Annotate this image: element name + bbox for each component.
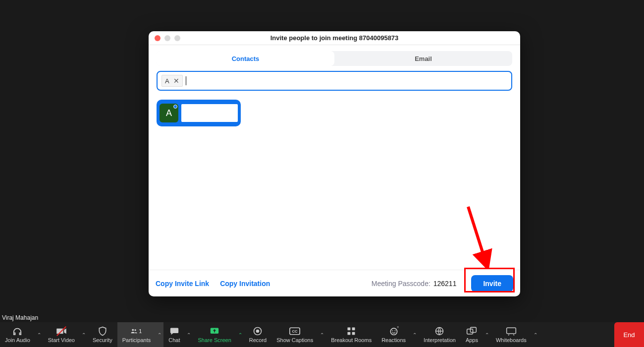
breakout-icon bbox=[346, 326, 357, 336]
chat-icon bbox=[169, 326, 180, 336]
svg-rect-16 bbox=[471, 327, 477, 332]
contact-name-box bbox=[181, 104, 238, 122]
end-label: End bbox=[623, 331, 635, 339]
svg-rect-8 bbox=[348, 332, 351, 335]
reactions-button[interactable]: + Reactions bbox=[376, 322, 411, 347]
whiteboards-label: Whiteboards bbox=[496, 337, 527, 343]
passcode: Meeting Passcode: 126211 bbox=[372, 280, 457, 288]
self-name-label: Viraj Mahajan bbox=[2, 314, 38, 321]
interpretation-button[interactable]: Interpretation bbox=[419, 322, 461, 347]
remove-chip-icon[interactable]: ✕ bbox=[173, 77, 179, 84]
participants-menu-caret[interactable]: ⌃ bbox=[156, 322, 163, 347]
chat-label: Chat bbox=[168, 337, 180, 343]
search-row: A ✕ bbox=[157, 71, 512, 91]
close-window-button[interactable] bbox=[155, 35, 161, 41]
apps-button[interactable]: Apps bbox=[461, 322, 483, 347]
contact-search-input[interactable]: A ✕ bbox=[157, 71, 512, 91]
svg-text:CC: CC bbox=[292, 329, 298, 334]
avatar-letter: A bbox=[166, 108, 172, 118]
reactions-menu-caret[interactable]: ⌃ bbox=[411, 322, 419, 347]
headphones-icon bbox=[12, 326, 23, 336]
copy-invite-link-button[interactable]: Copy Invite Link bbox=[156, 280, 209, 288]
text-cursor bbox=[186, 76, 186, 85]
globe-icon bbox=[434, 326, 445, 336]
window-controls bbox=[149, 35, 180, 41]
end-meeting-button[interactable]: End bbox=[614, 322, 644, 347]
invite-dialog: Invite people to join meeting 8704009587… bbox=[149, 31, 520, 296]
share-screen-icon bbox=[209, 326, 220, 336]
whiteboards-button[interactable]: Whiteboards bbox=[491, 322, 532, 347]
whiteboard-icon bbox=[506, 326, 517, 336]
share-screen-button[interactable]: Share Screen bbox=[193, 322, 236, 347]
participants-button[interactable]: 1 Participants bbox=[117, 322, 156, 347]
join-audio-menu-caret[interactable]: ⌃ bbox=[35, 322, 43, 347]
search-chip-text: A bbox=[165, 77, 169, 85]
svg-rect-17 bbox=[507, 328, 516, 334]
breakout-rooms-button[interactable]: Breakout Rooms bbox=[326, 322, 376, 347]
copy-invitation-button[interactable]: Copy Invitation bbox=[220, 280, 270, 288]
apps-label: Apps bbox=[466, 337, 478, 343]
chat-menu-caret[interactable]: ⌃ bbox=[185, 322, 193, 347]
video-off-icon bbox=[56, 326, 67, 336]
start-video-label: Start Video bbox=[48, 337, 75, 343]
zoom-window-button[interactable] bbox=[174, 35, 180, 41]
share-screen-menu-caret[interactable]: ⌃ bbox=[236, 322, 244, 347]
reactions-label: Reactions bbox=[381, 337, 406, 343]
svg-point-3 bbox=[256, 330, 260, 333]
record-label: Record bbox=[249, 337, 267, 343]
security-button[interactable]: Security bbox=[88, 322, 117, 347]
reactions-icon: + bbox=[388, 326, 399, 336]
svg-rect-9 bbox=[352, 332, 355, 335]
svg-point-11 bbox=[392, 330, 393, 331]
participants-label: Participants bbox=[122, 337, 151, 343]
whiteboards-menu-caret[interactable]: ⌃ bbox=[532, 322, 539, 347]
apps-menu-caret[interactable]: ⌃ bbox=[483, 322, 491, 347]
join-audio-button[interactable]: Join Audio bbox=[0, 322, 35, 347]
start-video-button[interactable]: Start Video bbox=[43, 322, 80, 347]
tab-email[interactable]: Email bbox=[334, 51, 512, 66]
invite-tabs: Contacts Email bbox=[157, 51, 512, 66]
titlebar: Invite people to join meeting 8704009587… bbox=[149, 31, 520, 45]
search-chip: A ✕ bbox=[161, 75, 183, 87]
captions-icon: CC bbox=[289, 326, 300, 336]
minimize-window-button[interactable] bbox=[164, 35, 170, 41]
show-captions-label: Show Captions bbox=[276, 337, 313, 343]
passcode-label: Meeting Passcode: bbox=[372, 280, 430, 288]
apps-icon bbox=[466, 326, 477, 336]
invite-button[interactable]: Invite bbox=[471, 275, 513, 292]
captions-menu-caret[interactable]: ⌃ bbox=[318, 322, 326, 347]
record-button[interactable]: Record bbox=[244, 322, 271, 347]
svg-rect-6 bbox=[348, 328, 351, 331]
passcode-value: 126211 bbox=[433, 280, 457, 288]
dialog-footer: Copy Invite Link Copy Invitation Meeting… bbox=[149, 270, 520, 296]
svg-text:+: + bbox=[396, 326, 398, 330]
security-label: Security bbox=[93, 337, 112, 343]
contact-result-card[interactable]: A bbox=[157, 100, 241, 126]
show-captions-button[interactable]: CC Show Captions bbox=[271, 322, 318, 347]
share-screen-label: Share Screen bbox=[198, 337, 231, 343]
tab-contacts[interactable]: Contacts bbox=[157, 51, 334, 66]
meeting-toolbar: Join Audio ⌃ Start Video ⌃ Security 1 Pa… bbox=[0, 322, 644, 347]
interpretation-label: Interpretation bbox=[424, 337, 456, 343]
record-icon bbox=[252, 326, 263, 336]
svg-point-12 bbox=[394, 330, 395, 331]
dialog-title: Invite people to join meeting 8704009587… bbox=[149, 34, 520, 42]
start-video-menu-caret[interactable]: ⌃ bbox=[80, 322, 88, 347]
svg-point-10 bbox=[390, 328, 397, 335]
join-audio-label: Join Audio bbox=[5, 337, 30, 343]
participants-icon: 1 bbox=[131, 326, 142, 336]
breakout-rooms-label: Breakout Rooms bbox=[331, 337, 372, 343]
svg-rect-15 bbox=[467, 329, 473, 334]
svg-rect-7 bbox=[352, 328, 355, 331]
shield-icon bbox=[97, 326, 108, 336]
participants-count: 1 bbox=[139, 328, 142, 334]
chat-button[interactable]: Chat bbox=[163, 322, 185, 347]
contact-avatar: A bbox=[160, 104, 178, 122]
